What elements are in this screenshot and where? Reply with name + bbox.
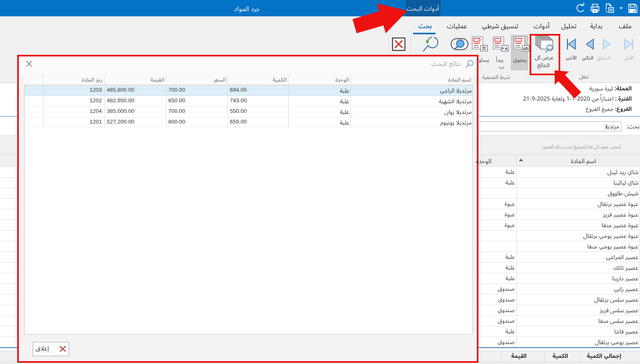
svg-text:a: a [505, 46, 508, 51]
svg-text:ab: ab [523, 46, 528, 51]
